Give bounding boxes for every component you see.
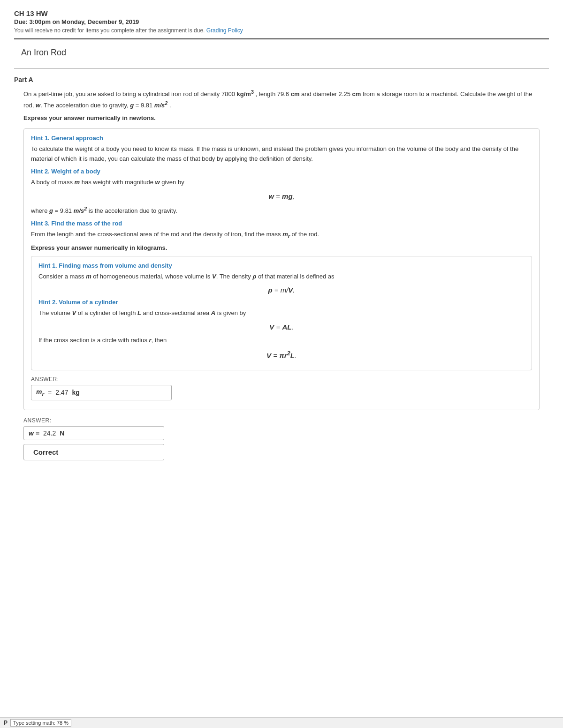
sub-answer-input-row[interactable]: mr = 2.47 kg (31, 385, 172, 400)
sub-hint-2-title: Hint 2. Volume of a cylinder (38, 299, 525, 306)
sub-answer-var: mr (36, 388, 44, 397)
sub-hints-box: Hint 1. Finding mass from volume and den… (31, 256, 532, 370)
sub-answer-unit: kg (72, 389, 79, 396)
sub-hint-2-formula2: V = πr2L. (38, 350, 525, 360)
page-container: CH 13 HW Due: 3:00pm on Monday, December… (0, 0, 563, 477)
hint-2-title: Hint 2. Weight of a body (31, 168, 532, 175)
sub-hint-1: Hint 1. Finding mass from volume and den… (38, 262, 525, 294)
sub-hint-2-formula1: V = AL. (38, 323, 525, 331)
hint-3-express: Express your answer numerically in kilog… (31, 244, 532, 251)
grading-note: You will receive no credit for items you… (14, 27, 549, 34)
hint-2: Hint 2. Weight of a body A body of mass … (31, 168, 532, 216)
answer-var: w = (29, 429, 39, 437)
problem-title: An Iron Rod (14, 44, 549, 61)
express-instruction: Express your answer numerically in newto… (14, 114, 549, 121)
hint-2-text: A body of mass m has weight with magnitu… (31, 178, 532, 188)
sub-hint-1-formula: ρ = m/V. (38, 286, 525, 294)
sub-hint-2-text: The volume V of a cylinder of length L a… (38, 308, 525, 318)
sub-hint-1-title: Hint 1. Finding mass from volume and den… (38, 262, 525, 269)
part-label: Part A (14, 76, 549, 83)
main-answer-section: ANSWER: w = 24.2 N Correct (14, 417, 549, 460)
sub-hint-2-text2: If the cross section is a circle with ra… (38, 336, 525, 345)
assignment-title: CH 13 HW (14, 9, 549, 17)
sub-answer-label: ANSWER: (31, 376, 532, 383)
section-divider (14, 68, 549, 69)
answer-value: 24.2 (43, 429, 56, 437)
problem-text: On a part-time job, you are asked to bri… (14, 88, 549, 111)
sub-answer-section: ANSWER: mr = 2.47 kg (31, 376, 532, 400)
sub-hint-2: Hint 2. Volume of a cylinder The volume … (38, 299, 525, 360)
answer-label: ANSWER: (23, 417, 540, 424)
hint-3-text: From the length and the cross-sectional … (31, 230, 532, 240)
hint-3-title: Hint 3. Find the mass of the rod (31, 220, 532, 227)
status-text: Type setting math: 78 % (10, 719, 71, 727)
status-bar: P Type setting math: 78 % (0, 717, 563, 728)
hint-2-text2: where g = 9.81 m/s2 is the acceleration … (31, 205, 532, 216)
due-date: Due: 3:00pm on Monday, December 9, 2019 (14, 18, 549, 25)
hint-3: Hint 3. Find the mass of the rod From th… (31, 220, 532, 400)
status-p-label: P (4, 720, 8, 726)
answer-input-row[interactable]: w = 24.2 N (23, 426, 164, 440)
assignment-header: CH 13 HW Due: 3:00pm on Monday, December… (14, 9, 549, 34)
top-divider (14, 38, 549, 39)
hints-box: Hint 1. General approach To calculate th… (23, 128, 540, 410)
hint-1-text: To calculate the weight of a body you ne… (31, 144, 532, 164)
hint-2-formula: w = mg, (31, 192, 532, 200)
hint-1: Hint 1. General approach To calculate th… (31, 135, 532, 164)
sub-answer-value: 2.47 (55, 389, 68, 396)
sub-hint-1-text: Consider a mass m of homogeneous materia… (38, 272, 525, 282)
grading-policy-link[interactable]: Grading Policy (206, 27, 243, 34)
part-a-section: Part A On a part-time job, you are asked… (14, 76, 549, 460)
sub-answer-equals: = (48, 389, 52, 396)
answer-unit: N (60, 429, 64, 437)
correct-badge: Correct (23, 444, 164, 460)
hint-1-title: Hint 1. General approach (31, 135, 532, 142)
